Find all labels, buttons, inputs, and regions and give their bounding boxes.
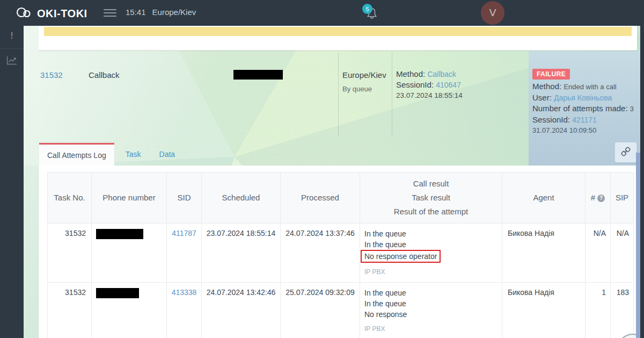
call-result: In the queue <box>364 287 502 298</box>
record-mode: By queue <box>342 85 372 93</box>
cell-result: In the queue In the queue No response op… <box>360 224 502 283</box>
record-method-block: Method: Callback SessionId: 410647 23.07… <box>396 69 525 101</box>
notice-card <box>39 26 637 51</box>
call-attempts-table: Task No. Phone number SID Scheduled Proc… <box>47 172 634 338</box>
alert-exclamation-icon: ! <box>10 31 13 41</box>
col-header-attempt: #? <box>586 172 611 224</box>
tab-bar: Call Attempts Log Task Data <box>39 143 175 166</box>
attempts-value: 3 <box>630 105 634 113</box>
user-avatar[interactable]: V <box>481 1 504 25</box>
attempts-label: Number of attempts made: <box>532 104 628 113</box>
scrollbar-track[interactable] <box>640 0 644 338</box>
cell-scheduled: 24.07.2024 13:42:46 <box>202 283 281 338</box>
cell-processed: 25.07.2024 09:32:09 <box>281 283 360 338</box>
brand-logo[interactable]: OKI-TOKI <box>15 6 87 21</box>
app-window: OKI-TOKI 15:41 Europe/Kiev 5 V ! <box>0 0 644 338</box>
details-divider <box>392 53 392 136</box>
cell-attempt: N/A <box>586 224 611 283</box>
chart-icon <box>6 56 17 67</box>
attempt-result-highlighted: No response operator <box>361 250 441 263</box>
sid-link[interactable]: 411787 <box>172 229 196 238</box>
result-user-label: User: <box>532 93 552 102</box>
col-header-processed: Processed <box>281 172 360 224</box>
sid-link[interactable]: 413338 <box>172 288 197 297</box>
cell-scheduled: 23.07.2024 18:55:14 <box>202 224 281 283</box>
record-created-at: 23.07.2024 18:55:14 <box>396 90 525 101</box>
col-header-phone: Phone number <box>92 172 167 224</box>
phone-redacted <box>233 70 283 80</box>
record-timezone: Europe/Kiev <box>342 70 386 80</box>
tab-call-attempts-log[interactable]: Call Attempts Log <box>39 143 114 166</box>
record-details: 31532 Callback Europe/Kiev By queue Meth… <box>39 51 640 139</box>
link-icon <box>621 147 631 159</box>
cell-phone <box>92 224 167 283</box>
col-header-result-line1: Call result <box>360 177 502 191</box>
details-divider <box>338 53 339 136</box>
result-method-value: Ended with a call <box>564 83 616 91</box>
tab-task[interactable]: Task <box>126 143 141 166</box>
attempt-result: No response <box>364 309 502 320</box>
task-result: In the queue <box>364 298 502 309</box>
channel-label: IP PBX <box>364 323 502 334</box>
menu-hamburger-icon[interactable] <box>104 9 116 19</box>
col-header-agent: Agent <box>502 172 586 224</box>
col-header-attempt-label: # <box>591 193 595 202</box>
cell-phone <box>92 283 167 338</box>
cell-sip: N/A <box>611 224 634 283</box>
task-id-link[interactable]: 31532 <box>40 70 63 80</box>
table-row: 31532 411787 23.07.2024 18:55:14 24.07.2… <box>48 224 634 283</box>
task-result: In the queue <box>364 239 502 250</box>
phone-redacted <box>96 229 143 239</box>
status-badge: FAILURE <box>532 69 570 80</box>
session-label: SessionId: <box>396 80 434 89</box>
scrollbar-thumb[interactable] <box>636 153 640 338</box>
cell-agent: Бикова Надія <box>502 224 586 283</box>
clock: 15:41 Europe/Kiev <box>126 8 196 17</box>
cell-task-no: 31532 <box>48 283 92 338</box>
result-session-label: SessionId: <box>532 115 570 124</box>
cell-agent: Бикова Надія <box>502 283 586 338</box>
method-link[interactable]: Callback <box>427 70 456 78</box>
copy-link-button[interactable] <box>614 142 637 163</box>
left-sidebar: ! <box>0 26 24 338</box>
task-type-label: Callback <box>89 70 120 80</box>
col-header-result-line3: Result of the attempt <box>360 205 502 219</box>
col-header-scheduled: Scheduled <box>202 172 281 224</box>
result-method-label: Method: <box>532 82 561 91</box>
brand-name: OKI-TOKI <box>37 8 87 20</box>
session-id-link[interactable]: 410647 <box>436 81 461 89</box>
table-header-row: Task No. Phone number SID Scheduled Proc… <box>48 172 634 224</box>
col-header-result: Call result Task result Result of the at… <box>360 172 502 224</box>
top-navbar: OKI-TOKI 15:41 Europe/Kiev 5 V <box>0 0 644 26</box>
notifications-button[interactable]: 5 <box>366 7 378 20</box>
col-header-result-line2: Task result <box>360 191 502 205</box>
clock-time: 15:41 <box>126 8 146 17</box>
avatar-letter: V <box>489 7 496 19</box>
cloud-logo-icon <box>15 6 32 21</box>
cell-sid: 413338 <box>167 283 202 338</box>
cell-sip: 183 <box>611 283 634 338</box>
result-updated-at: 31.07.2024 10:09:50 <box>532 126 638 134</box>
help-icon[interactable]: ? <box>597 195 605 202</box>
tab-data[interactable]: Data <box>159 143 175 166</box>
cell-attempt: 1 <box>586 283 611 338</box>
sidebar-item-reports[interactable] <box>0 51 24 71</box>
sidebar-item-alerts[interactable]: ! <box>0 26 24 46</box>
col-header-sip: SIP <box>611 172 634 224</box>
result-panel: FAILURE Method: Ended with a call User: … <box>532 69 638 134</box>
notification-count-badge: 5 <box>362 4 372 14</box>
phone-redacted <box>96 288 139 298</box>
cell-task-no: 31532 <box>48 224 92 283</box>
result-session-link[interactable]: 421171 <box>572 116 597 124</box>
warning-banner <box>44 27 632 36</box>
call-result: In the queue <box>364 228 502 239</box>
col-header-sid: SID <box>167 172 202 224</box>
channel-label: IP PBX <box>364 267 502 277</box>
call-attempts-log-panel: Task No. Phone number SID Scheduled Proc… <box>39 166 637 338</box>
result-user-link[interactable]: Дарья Ковіньова <box>554 94 612 102</box>
sidebar-divider <box>0 48 24 49</box>
cell-result: In the queue In the queue No response IP… <box>360 283 502 338</box>
col-header-task-no: Task No. <box>48 172 92 224</box>
cell-processed: 24.07.2024 13:37:46 <box>281 224 360 283</box>
cell-sid: 411787 <box>167 224 202 283</box>
